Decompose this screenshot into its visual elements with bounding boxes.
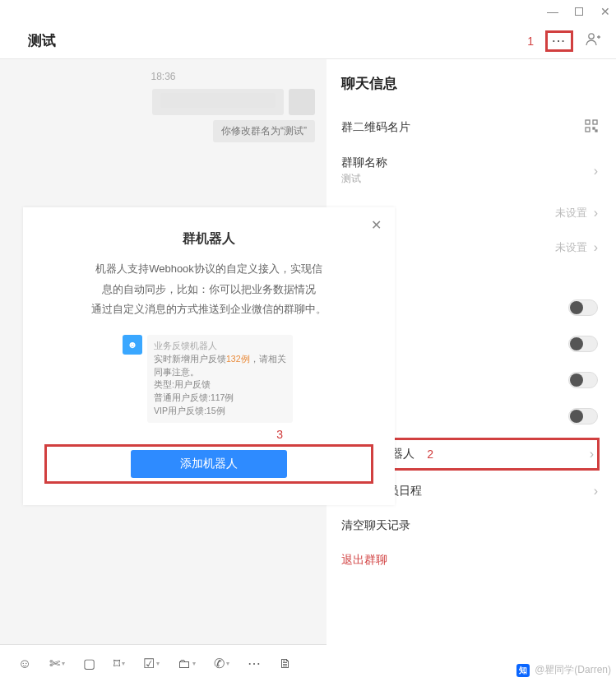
capture-icon[interactable]: ⌑▾	[113, 656, 125, 671]
cut-icon[interactable]: ✄▾	[49, 656, 65, 671]
qr-icon	[585, 119, 598, 136]
note-icon[interactable]: 🗎	[279, 656, 292, 671]
group-name-value: 测试	[341, 172, 387, 186]
watermark: 知 @瞿同学(Darren)	[516, 663, 611, 677]
annotation-3: 3	[44, 428, 373, 441]
chat-timestamp: 18:36	[12, 71, 315, 82]
window-maximize-button[interactable]	[573, 5, 585, 18]
task-icon[interactable]: ☑▾	[143, 656, 160, 671]
toggle-switch[interactable]	[568, 408, 598, 425]
robot-avatar-icon: ☻	[123, 335, 142, 355]
group-robot-modal: ✕ 群机器人 机器人支持Webhook协议的自定义接入，实现信 息的自动同步，比…	[23, 207, 395, 505]
toggle-switch[interactable]	[568, 372, 598, 388]
example-card: ☻ 业务反馈机器人 实时新增用户反馈132例，请相关 同事注意。 类型:用户反馈…	[123, 335, 295, 423]
add-member-icon[interactable]	[585, 32, 601, 49]
svg-rect-1	[586, 120, 590, 124]
chevron-right-icon: ›	[590, 447, 594, 462]
image-icon[interactable]: ▢	[83, 656, 95, 671]
qr-code-row[interactable]: 群二维码名片	[341, 109, 598, 146]
svg-rect-2	[593, 120, 597, 124]
info-panel-title: 聊天信息	[341, 74, 598, 93]
chevron-right-icon: ›	[594, 164, 598, 179]
phone-icon[interactable]: ✆▾	[214, 656, 229, 671]
svg-rect-3	[586, 128, 590, 132]
clear-history-label: 清空聊天记录	[341, 518, 410, 533]
folder-icon[interactable]: 🗀▾	[178, 656, 196, 671]
svg-rect-5	[595, 130, 597, 132]
modal-description: 机器人支持Webhook协议的自定义接入，实现信 息的自动同步，比如：你可以把业…	[44, 259, 373, 320]
qr-code-label: 群二维码名片	[341, 120, 410, 135]
toggle-switch[interactable]	[568, 336, 598, 352]
clear-history-row[interactable]: 清空聊天记录	[341, 508, 598, 543]
annotation-2: 2	[427, 448, 433, 461]
zhihu-logo-icon: 知	[516, 664, 530, 677]
emoji-icon[interactable]: ☺	[18, 656, 31, 671]
message-toolbar: ☺ ✄▾ ▢ ⌑▾ ☑▾ 🗀▾ ✆▾ ⋯ 🗎	[0, 644, 327, 682]
system-message-bubble: 你修改群名为“测试”	[213, 120, 315, 142]
group-name-row[interactable]: 群聊名称 测试 ›	[341, 146, 598, 196]
modal-close-icon[interactable]: ✕	[371, 217, 382, 233]
svg-point-0	[589, 34, 594, 39]
window-close-button[interactable]: ✕	[600, 5, 611, 18]
redacted-message-bubble	[152, 89, 284, 115]
chat-title: 测试	[28, 31, 56, 50]
group-name-label: 群聊名称	[341, 155, 387, 170]
sender-avatar[interactable]	[289, 89, 315, 115]
modal-title: 群机器人	[44, 230, 373, 248]
chevron-right-icon: ›	[594, 484, 598, 499]
leave-group-label: 退出群聊	[341, 553, 387, 568]
svg-rect-4	[593, 128, 595, 129]
chat-more-button[interactable]: ···	[545, 30, 573, 52]
window-minimize-button[interactable]: —	[547, 5, 558, 18]
add-robot-button[interactable]: 添加机器人	[131, 450, 287, 478]
annotation-1: 1	[527, 35, 534, 48]
toggle-switch[interactable]	[568, 299, 598, 316]
more-icon[interactable]: ⋯	[248, 656, 261, 671]
leave-group-row[interactable]: 退出群聊	[341, 543, 598, 578]
